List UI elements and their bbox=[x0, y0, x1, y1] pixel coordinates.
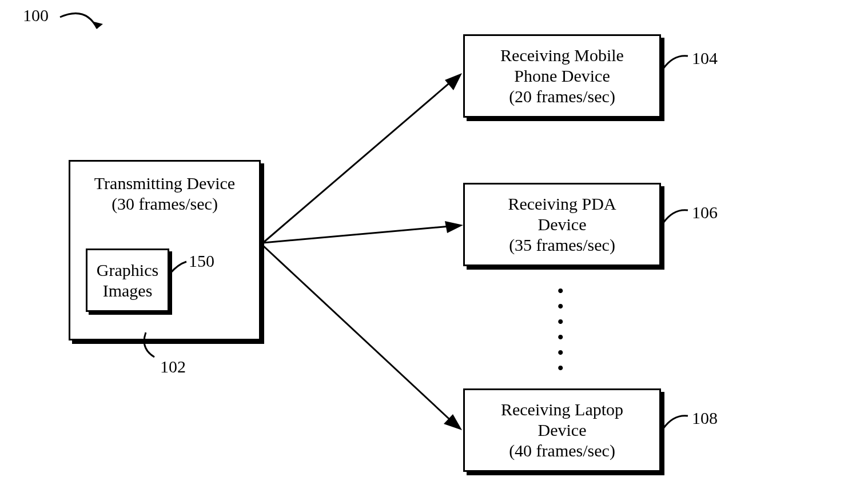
ref-104-label: 104 bbox=[692, 49, 718, 68]
receiver-0-line1: Receiving Mobile bbox=[500, 45, 624, 66]
receiver-0-line2: Phone Device bbox=[514, 66, 610, 86]
receiver-1-rate: (35 frames/sec) bbox=[509, 235, 615, 255]
ref-150-label: 150 bbox=[189, 251, 214, 271]
graphics-line1: Graphics bbox=[97, 260, 158, 280]
receiver-2-rate: (40 frames/sec) bbox=[509, 440, 615, 461]
ref-108-label: 108 bbox=[692, 408, 718, 428]
diagram-ref-hook bbox=[57, 9, 114, 43]
arrow-to-laptop bbox=[262, 243, 468, 437]
svg-line-3 bbox=[263, 226, 456, 243]
receiving-pda-box: Receiving PDA Device (35 frames/sec) bbox=[463, 183, 661, 266]
graphics-line2: Images bbox=[103, 280, 153, 301]
ref-104-hook bbox=[662, 51, 696, 80]
svg-marker-0 bbox=[91, 21, 103, 29]
svg-marker-2 bbox=[445, 73, 462, 90]
receiver-2-line1: Receiving Laptop bbox=[501, 399, 623, 420]
svg-marker-6 bbox=[444, 414, 462, 430]
ref-108-hook bbox=[662, 411, 696, 440]
graphics-images-box: Graphics Images bbox=[86, 248, 169, 312]
ref-102-label: 102 bbox=[160, 357, 186, 376]
transmitter-rate: (30 frames/sec) bbox=[112, 194, 218, 214]
arrow-to-mobile bbox=[262, 69, 468, 246]
ref-106-hook bbox=[662, 206, 696, 234]
receiving-mobile-box: Receiving Mobile Phone Device (20 frames… bbox=[463, 34, 661, 118]
ref-106-label: 106 bbox=[692, 203, 718, 222]
receiver-0-rate: (20 frames/sec) bbox=[509, 86, 615, 107]
svg-line-1 bbox=[263, 77, 456, 243]
svg-line-5 bbox=[263, 246, 456, 426]
receiver-1-line2: Device bbox=[538, 214, 587, 235]
arrow-to-pda bbox=[262, 220, 468, 248]
diagram-ref-label: 100 bbox=[23, 6, 49, 25]
transmitter-title: Transmitting Device bbox=[94, 173, 235, 194]
svg-marker-4 bbox=[445, 221, 463, 233]
receiver-1-line1: Receiving PDA bbox=[508, 194, 616, 214]
receiving-laptop-box: Receiving Laptop Device (40 frames/sec) bbox=[463, 388, 661, 472]
receiver-2-line2: Device bbox=[538, 420, 587, 440]
ellipsis-dots: •••••• bbox=[558, 283, 564, 375]
